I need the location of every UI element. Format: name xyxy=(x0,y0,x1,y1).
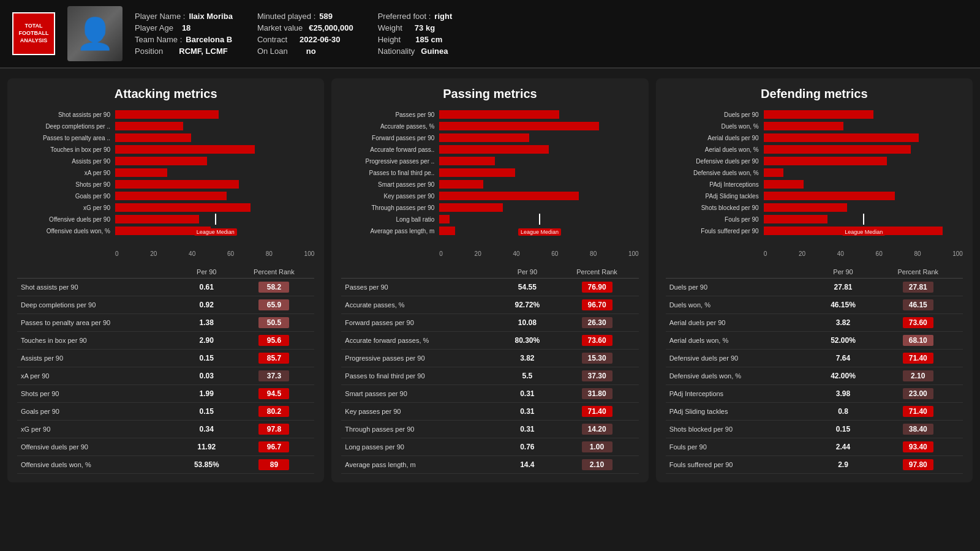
table-row: Shot assists per 900.6158.2 xyxy=(17,279,314,296)
chart-row-label: Passes to final third pe.. xyxy=(341,170,439,176)
metric-per90: 0.61 xyxy=(179,279,233,296)
metric-per90: 0.15 xyxy=(179,350,233,367)
chart-row-label: Defensive duels won, % xyxy=(666,170,764,176)
chart-row: Goals per 90 xyxy=(17,191,314,201)
minutes-label: Minuted played : xyxy=(257,12,315,21)
metric-per90: 2.9 xyxy=(813,456,873,474)
metric-label: Duels won, % xyxy=(666,296,813,314)
passing-col-rank: Percent Rank xyxy=(555,266,638,279)
chart-bar xyxy=(439,215,449,223)
metric-rank: 71.40 xyxy=(873,403,963,421)
metric-per90: 14.4 xyxy=(499,456,555,474)
league-median-label: League Median xyxy=(194,228,237,236)
logo: TOTAL FOOTBALL ANALYSIS xyxy=(12,12,55,55)
player-weight: 73 kg xyxy=(415,23,435,32)
chart-bar-area: League Median xyxy=(115,215,314,223)
rank-badge: 26.30 xyxy=(582,317,612,328)
rank-badge: 14.20 xyxy=(582,424,612,435)
metric-per90: 0.92 xyxy=(179,296,233,314)
chart-row-label: Assists per 90 xyxy=(17,158,115,165)
player-name: Ilaix Moriba xyxy=(189,12,233,21)
chart-row: Offensive duels per 90League Median xyxy=(17,214,314,224)
metric-label: Defensive duels per 90 xyxy=(666,350,813,367)
chart-bar-area xyxy=(764,122,963,130)
chart-row: Deep completions per .. xyxy=(17,121,314,131)
chart-bar-area xyxy=(439,133,638,142)
metric-rank: 26.30 xyxy=(555,314,638,332)
chart-bar-area xyxy=(115,203,314,212)
chart-bar-area xyxy=(764,192,963,200)
metric-label: PAdj Sliding tackles xyxy=(666,403,813,421)
chart-row-label: PAdj Sliding tackles xyxy=(666,193,764,200)
chart-bar-area xyxy=(764,180,963,189)
chart-row-label: Touches in box per 90 xyxy=(17,146,115,153)
table-row: Duels per 9027.8127.81 xyxy=(666,279,963,296)
rank-badge: 1.00 xyxy=(582,441,612,452)
rank-badge: 85.7 xyxy=(258,353,289,364)
metric-per90: 1.99 xyxy=(179,385,233,403)
metric-label: Accurate forward passes, % xyxy=(341,332,499,350)
defending-col-per90: Per 90 xyxy=(813,266,873,279)
metric-label: Assists per 90 xyxy=(17,350,179,367)
metric-label: Forward passes per 90 xyxy=(341,314,499,332)
defending-col-label xyxy=(666,266,813,279)
chart-row: PAdj Interceptions xyxy=(666,179,963,189)
passing-col-label xyxy=(341,266,499,279)
chart-row: Forward passes per 90 xyxy=(341,133,638,143)
metric-per90: 92.72% xyxy=(499,296,555,314)
chart-row-label: Key passes per 90 xyxy=(341,193,439,200)
attacking-panel: Attacking metrics Shot assists per 90Dee… xyxy=(7,78,324,482)
chart-bar xyxy=(115,145,255,154)
metric-rank: 2.10 xyxy=(555,456,638,474)
metric-per90: 7.64 xyxy=(813,350,873,367)
rank-badge: 2.10 xyxy=(582,459,612,470)
attacking-col-rank: Percent Rank xyxy=(233,266,314,279)
table-row: xG per 900.3497.8 xyxy=(17,421,314,438)
league-median-label: League Median xyxy=(842,228,885,236)
metric-per90: 42.00% xyxy=(813,367,873,385)
chart-row: Touches in box per 90 xyxy=(17,144,314,154)
chart-row: xA per 90 xyxy=(17,168,314,178)
x-axis-label: 60 xyxy=(876,250,883,257)
chart-row: Shots blocked per 90 xyxy=(666,203,963,212)
chart-bar xyxy=(115,192,227,200)
rank-badge: 80.2 xyxy=(258,406,289,417)
chart-row-label: xG per 90 xyxy=(17,204,115,211)
table-row: Aerial duels won, %52.00%68.10 xyxy=(666,332,963,350)
player-height: 185 cm xyxy=(415,35,442,44)
chart-bar xyxy=(764,203,848,212)
x-axis-label: 40 xyxy=(189,250,195,257)
league-median-line: League Median xyxy=(539,214,540,225)
metric-per90: 80.30% xyxy=(499,332,555,350)
player-info: Player Name : Ilaix Moriba Player Age 18… xyxy=(135,12,968,56)
rank-badge: 31.80 xyxy=(582,388,612,399)
chart-row: Defensive duels won, % xyxy=(666,168,963,178)
rank-badge: 89 xyxy=(258,459,289,470)
height-label: Height xyxy=(378,35,401,44)
metric-rank: 80.2 xyxy=(233,403,314,421)
chart-bar-area xyxy=(764,157,963,165)
metric-rank: 58.2 xyxy=(233,279,314,296)
rank-badge: 68.10 xyxy=(903,335,933,346)
metric-label: Key passes per 90 xyxy=(341,403,499,421)
table-row: Accurate passes, %92.72%96.70 xyxy=(341,296,638,314)
metric-label: Shots blocked per 90 xyxy=(666,421,813,438)
player-contract: 2022-06-30 xyxy=(300,35,341,44)
age-label: Player Age xyxy=(135,23,173,32)
chart-bar-area xyxy=(115,157,314,165)
table-row: Shots blocked per 900.1538.40 xyxy=(666,421,963,438)
metric-per90: 2.44 xyxy=(813,438,873,456)
x-axis-label: 0 xyxy=(439,250,443,257)
league-median-line: League Median xyxy=(863,214,864,225)
chart-row: Aerial duels per 90 xyxy=(666,133,963,143)
table-row: Progressive passes per 903.8215.30 xyxy=(341,350,638,367)
player-nationality: Guinea xyxy=(421,47,448,56)
chart-row: Passes per 90 xyxy=(341,110,638,119)
name-label: Player Name : xyxy=(135,12,185,21)
table-row: Key passes per 900.3171.40 xyxy=(341,403,638,421)
x-axis-label: 0 xyxy=(764,250,767,257)
metric-per90: 1.38 xyxy=(179,314,233,332)
chart-bar xyxy=(764,122,843,130)
table-row: Through passes per 900.3114.20 xyxy=(341,421,638,438)
attacking-table: Per 90 Percent Rank Shot assists per 900… xyxy=(17,266,314,474)
